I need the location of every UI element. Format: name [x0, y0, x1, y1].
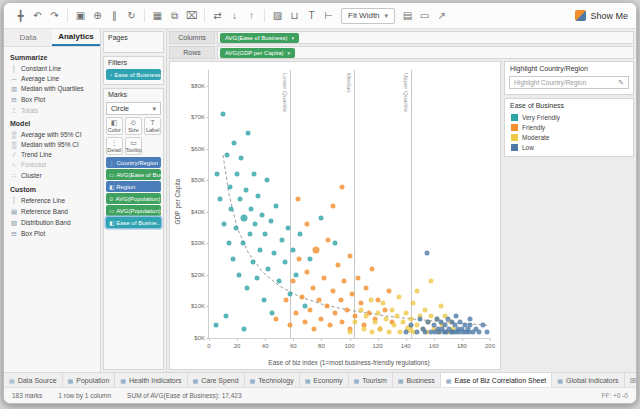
scatter-mark[interactable]	[417, 317, 422, 322]
scatter-mark[interactable]	[241, 215, 248, 222]
analytics-item[interactable]: │Constant Line	[4, 63, 100, 73]
scatter-mark[interactable]	[284, 298, 289, 303]
scatter-mark[interactable]	[296, 257, 301, 262]
scatter-mark[interactable]	[409, 323, 414, 328]
scatter-mark[interactable]	[485, 329, 490, 334]
scatter-mark[interactable]	[369, 329, 374, 334]
scatter-mark[interactable]	[308, 307, 313, 312]
save-icon[interactable]: ▣	[72, 7, 89, 24]
scatter-mark[interactable]	[250, 260, 255, 265]
scatter-mark[interactable]	[398, 329, 403, 334]
redo-icon[interactable]: ↷	[46, 7, 63, 24]
scatter-mark[interactable]	[347, 329, 352, 334]
tooltip-button[interactable]: ▭Tooltip	[125, 137, 143, 155]
scatter-mark[interactable]	[302, 304, 307, 309]
scatter-mark[interactable]	[375, 310, 380, 315]
scatter-mark[interactable]	[288, 323, 293, 328]
scatter-mark[interactable]	[226, 241, 231, 246]
marks-pill[interactable]: ⊙AVG(Population)	[106, 193, 161, 204]
scatter-mark[interactable]	[218, 197, 223, 202]
analytics-item[interactable]: ∴Cluster	[4, 170, 100, 181]
color-button[interactable]: ◧Color	[106, 117, 123, 135]
undo-icon[interactable]: ↶	[29, 7, 46, 24]
scatter-mark[interactable]	[400, 320, 405, 325]
scatter-mark[interactable]	[395, 313, 400, 318]
scatter-mark[interactable]	[381, 301, 386, 306]
scatter-mark[interactable]	[285, 225, 290, 230]
scatter-mark[interactable]	[389, 307, 394, 312]
scatter-mark[interactable]	[353, 313, 358, 318]
scatter-mark[interactable]	[355, 276, 360, 281]
pause-updates-icon[interactable]: ∥	[106, 7, 123, 24]
scatter-mark[interactable]	[257, 247, 262, 252]
legend-item[interactable]: Moderate	[505, 132, 633, 142]
scatter-mark[interactable]	[384, 317, 389, 322]
scatter-mark[interactable]	[299, 295, 304, 300]
scatter-mark[interactable]	[358, 301, 363, 306]
scatter-mark[interactable]	[396, 295, 401, 300]
scatter-mark[interactable]	[322, 276, 327, 281]
scatter-mark[interactable]	[305, 222, 310, 227]
sheet-tab[interactable]: ▦Business	[393, 373, 441, 387]
scatter-mark[interactable]	[242, 326, 247, 331]
scatter-mark[interactable]	[229, 206, 234, 211]
scatter-mark[interactable]	[268, 219, 273, 224]
presentation-mode-icon[interactable]: ▭	[416, 7, 433, 24]
scatter-mark[interactable]	[414, 288, 419, 293]
sheet-tab[interactable]: ▤Data Source	[4, 373, 63, 387]
scatter-mark[interactable]	[428, 313, 433, 318]
scatter-mark[interactable]	[423, 307, 428, 312]
show-me-button[interactable]: Show Me	[575, 10, 628, 21]
analytics-item[interactable]: ∕Trend Line	[4, 149, 100, 159]
scatter-mark[interactable]	[386, 329, 391, 334]
scatter-mark[interactable]	[243, 187, 248, 192]
scatter-mark[interactable]	[368, 298, 373, 303]
scatter-mark[interactable]	[256, 194, 261, 199]
scatter-mark[interactable]	[223, 313, 228, 318]
analytics-item[interactable]: ⊟Box Plot	[4, 94, 100, 105]
scatter-mark[interactable]	[251, 172, 256, 177]
scatter-mark[interactable]	[233, 225, 238, 230]
scatter-mark[interactable]	[263, 231, 268, 236]
plot-area[interactable]: $0K$10K$20K$30K$40K$50K$60K$70K$80K02040…	[208, 70, 490, 339]
sheet-tab[interactable]: ▦Ease of Biz Correlation Sheet	[441, 373, 553, 387]
scatter-mark[interactable]	[280, 238, 285, 243]
scatter-mark[interactable]	[480, 323, 485, 328]
scatter-mark[interactable]	[358, 307, 363, 312]
sheet-tab[interactable]: ▦Tourism	[349, 373, 393, 387]
marks-pill[interactable]: ◧Ease of Busine..	[106, 217, 161, 228]
scatter-mark[interactable]	[382, 307, 387, 312]
marks-pill[interactable]: ▭AVG(Ease of Busi..	[106, 169, 161, 180]
scatter-mark[interactable]	[330, 288, 335, 293]
scatter-mark[interactable]	[221, 112, 226, 117]
tab-analytics[interactable]: Analytics	[52, 29, 100, 46]
scatter-mark[interactable]	[386, 288, 391, 293]
scatter-mark[interactable]	[291, 279, 296, 284]
shelf-pill[interactable]: AVG(GDP per Capita)▾	[220, 48, 295, 58]
refresh-icon[interactable]: ↻	[123, 7, 140, 24]
rows-shelf-body[interactable]: AVG(GDP per Capita)▾	[217, 46, 634, 59]
scatter-mark[interactable]	[240, 241, 245, 246]
sheet-tab[interactable]: ▦Global Indicators	[552, 373, 624, 387]
legend-item[interactable]: Low	[505, 142, 633, 152]
shelf-pill[interactable]: AVG(Ease of Business)▾	[220, 33, 299, 43]
scatter-mark[interactable]	[364, 285, 369, 290]
scatter-mark[interactable]	[239, 156, 244, 161]
filter-pill[interactable]: ◔Ease of Business (cl..	[106, 69, 161, 80]
scatter-mark[interactable]	[260, 213, 265, 218]
scatter-mark[interactable]	[378, 326, 383, 331]
scatter-mark[interactable]	[319, 216, 324, 221]
scatter-mark[interactable]	[237, 197, 242, 202]
scatter-mark[interactable]	[350, 291, 355, 296]
scatter-mark[interactable]	[327, 323, 332, 328]
scatter-mark[interactable]	[364, 313, 369, 318]
analytics-item[interactable]: ▒Average with 95% CI	[4, 129, 100, 139]
scatter-mark[interactable]	[277, 279, 282, 284]
scatter-mark[interactable]	[295, 197, 300, 202]
scatter-mark[interactable]	[294, 310, 299, 315]
scatter-mark[interactable]	[319, 317, 324, 322]
scatter-mark[interactable]	[298, 231, 303, 236]
scatter-mark[interactable]	[236, 272, 241, 277]
scatter-mark[interactable]	[409, 317, 414, 322]
sheet-tab[interactable]: ▦Economy	[300, 373, 349, 387]
